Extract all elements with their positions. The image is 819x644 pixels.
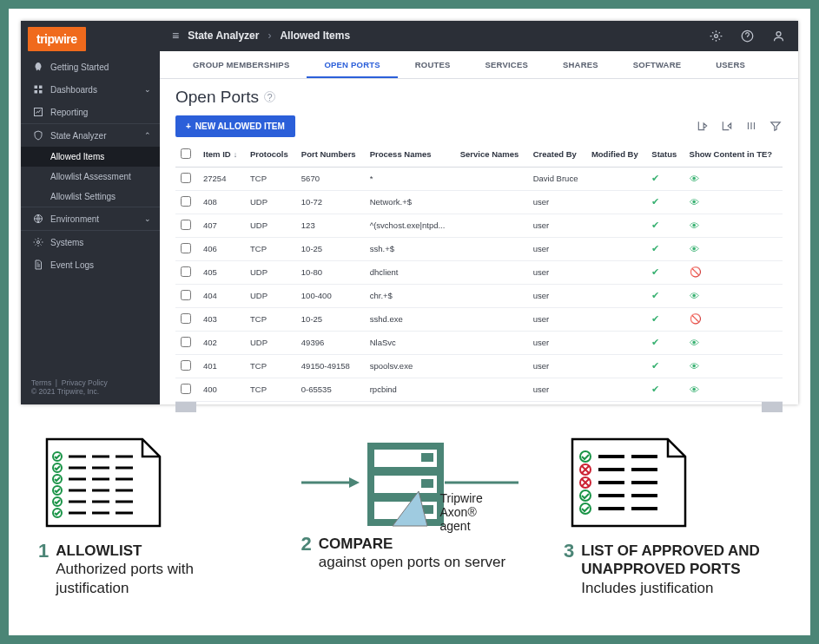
sidebar-item-dashboards[interactable]: Dashboards ⌄ [21, 78, 160, 101]
grid-icon [33, 84, 43, 95]
tab-users[interactable]: USERS [698, 51, 763, 78]
cell-status: ✔ [646, 190, 684, 214]
svg-point-7 [714, 35, 717, 38]
cell-created-by: user [528, 284, 586, 307]
step-number: 2 [301, 535, 312, 554]
cell-ports: 123 [296, 214, 365, 237]
cell-status: ✔ [646, 307, 684, 331]
tab-group-memberships[interactable]: GROUP MEMBERSHIPS [175, 51, 307, 78]
cell-process: sshd.exe [365, 307, 455, 331]
row-checkbox[interactable] [181, 384, 191, 394]
sidebar-label: Systems [50, 238, 83, 247]
table-row[interactable]: 407UDP123^(svchost.exe|ntpd...user✔👁 [175, 214, 783, 237]
check-circle-icon: ✔ [651, 384, 659, 394]
eye-icon: 👁 [690, 291, 699, 301]
svg-rect-3 [39, 90, 43, 94]
hamburger-icon[interactable]: ≡ [172, 29, 179, 43]
help-icon[interactable] [739, 28, 755, 43]
axon-agent-label: Tripwire Axon® agent [440, 491, 518, 533]
tab-services[interactable]: SERVICES [468, 51, 545, 78]
cell-item-id: 406 [198, 237, 245, 260]
col-service-names[interactable]: Service Names [455, 142, 528, 168]
cell-item-id: 408 [198, 190, 245, 214]
table-row[interactable]: 400TCP0-65535rpcbinduser✔👁 [175, 378, 783, 401]
sidebar-item-state-analyzer[interactable]: State Analyzer ⌃ [21, 124, 160, 147]
col-process-names[interactable]: Process Names [365, 142, 455, 168]
sidebar-item-event-logs[interactable]: Event Logs [21, 253, 160, 276]
svg-rect-39 [421, 453, 433, 462]
table-row[interactable]: 406TCP10-25ssh.+$user✔👁 [175, 237, 783, 260]
row-checkbox[interactable] [181, 290, 191, 300]
row-checkbox[interactable] [181, 173, 191, 183]
col-protocols[interactable]: Protocols [245, 142, 296, 168]
table-row[interactable]: 404UDP100-400chr.+$user✔👁 [175, 284, 783, 307]
breadcrumb-root[interactable]: State Analyzer [188, 30, 259, 42]
table-row[interactable]: 401TCP49150-49158spoolsv.exeuser✔👁 [175, 354, 783, 378]
row-checkbox[interactable] [181, 313, 191, 324]
cell-status: ✔ [646, 214, 684, 237]
columns-icon[interactable] [744, 119, 758, 133]
sidebar-sub-allowlist-settings[interactable]: Allowlist Settings [21, 187, 160, 207]
cell-created-by: user [528, 190, 586, 214]
tab-shares[interactable]: SHARES [545, 51, 616, 78]
table-row[interactable]: 402UDP49396NlaSvcuser✔👁 [175, 331, 783, 354]
row-checkbox[interactable] [181, 337, 191, 347]
sidebar-item-systems[interactable]: Systems [21, 231, 160, 253]
table-row[interactable]: 403TCP10-25sshd.exeuser✔🚫 [175, 307, 783, 331]
copyright: © 2021 Tripwire, Inc. [31, 387, 99, 396]
cell-modified-by [586, 214, 646, 237]
col-port-numbers[interactable]: Port Numbers [296, 142, 365, 168]
export-icon[interactable] [720, 119, 734, 133]
user-icon[interactable] [770, 28, 786, 43]
cell-modified-by [586, 260, 646, 284]
cell-modified-by [586, 284, 646, 307]
privacy-link[interactable]: Privacy Policy [62, 378, 108, 387]
row-checkbox[interactable] [181, 196, 191, 207]
cell-service [455, 190, 528, 214]
table-row[interactable]: 405UDP10-80dhclientuser✔🚫 [175, 260, 783, 284]
cell-item-id: 27254 [198, 167, 245, 190]
results-doc-icon [564, 430, 694, 535]
sidebar-item-getting-started[interactable]: Getting Started [21, 56, 160, 78]
step-body: Authorized ports with justification [56, 561, 194, 595]
sidebar: tripwire Getting Started Dashboards ⌄ [21, 21, 160, 404]
col-show-content[interactable]: Show Content in TE? [684, 142, 783, 168]
table-row[interactable]: 408UDP10-72Network.+$user✔👁 [175, 190, 783, 214]
sidebar-sub-allowed-items[interactable]: Allowed Items [21, 147, 160, 167]
eye-icon: 🚫 [690, 266, 702, 277]
button-label: NEW ALLOWED ITEM [195, 122, 285, 131]
tab-routes[interactable]: ROUTES [398, 51, 468, 78]
cell-status: ✔ [646, 331, 684, 354]
cell-show-content: 🚫 [684, 307, 783, 331]
new-allowed-item-button[interactable]: + NEW ALLOWED ITEM [175, 115, 295, 137]
settings-icon[interactable] [708, 28, 723, 43]
col-item-id[interactable]: Item ID↓ [198, 142, 245, 168]
col-created-by[interactable]: Created By [528, 142, 586, 168]
terms-link[interactable]: Terms [31, 378, 51, 387]
globe-icon [33, 214, 43, 224]
cell-process: ssh.+$ [365, 237, 455, 260]
import-icon[interactable] [696, 119, 710, 133]
check-circle-icon: ✔ [651, 266, 659, 277]
sidebar-item-environment[interactable]: Environment ⌄ [21, 207, 160, 230]
sidebar-sub-allowlist-assessment[interactable]: Allowlist Assessment [21, 167, 160, 187]
brand-logo: tripwire [28, 27, 86, 51]
row-checkbox[interactable] [181, 360, 191, 371]
col-status[interactable]: Status [646, 142, 684, 168]
cell-created-by: user [528, 331, 586, 354]
row-checkbox[interactable] [181, 220, 191, 230]
step-body: against open ports on server [319, 554, 505, 570]
select-all-checkbox[interactable] [181, 148, 191, 159]
col-modified-by[interactable]: Modified By [586, 142, 646, 168]
info-icon[interactable]: ? [264, 91, 275, 102]
tab-software[interactable]: SOFTWARE [616, 51, 698, 78]
cell-ports: 100-400 [296, 284, 365, 307]
sidebar-item-reporting[interactable]: Reporting [21, 101, 160, 123]
app-window: tripwire Getting Started Dashboards ⌄ [21, 21, 798, 404]
row-checkbox[interactable] [181, 266, 191, 277]
row-checkbox[interactable] [181, 243, 191, 253]
table-row[interactable]: 27254TCP5670*David Bruce✔👁 [175, 167, 783, 190]
filter-icon[interactable] [769, 119, 783, 133]
cell-protocol: TCP [245, 237, 296, 260]
tab-open-ports[interactable]: OPEN PORTS [307, 51, 397, 78]
